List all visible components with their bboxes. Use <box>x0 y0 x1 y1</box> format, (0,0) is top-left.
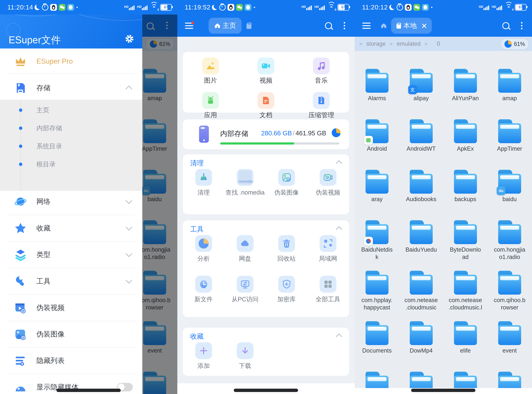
folder-item[interactable]: event <box>487 318 532 369</box>
drawer-item-disguise-video[interactable]: 伪装视频 <box>0 299 142 317</box>
folder-icon <box>454 220 477 244</box>
folder-icon <box>498 69 521 93</box>
tool-cloud-drive[interactable]: 网盘 <box>224 235 266 263</box>
chevron-down-icon[interactable] <box>126 250 132 257</box>
disguise-video-icon <box>14 301 27 314</box>
menu-hamburger-icon[interactable] <box>362 23 370 29</box>
more-menu-icon[interactable] <box>344 25 345 26</box>
tool-analyze[interactable]: 分析 <box>183 235 224 263</box>
drawer-subitem-home[interactable]: 主页 <box>0 102 142 119</box>
folder-item[interactable]: aray <box>355 167 399 217</box>
sdcard-tab-icon[interactable] <box>246 22 252 29</box>
favorite-download[interactable]: 下载 <box>224 342 266 370</box>
collapse-chevron-icon[interactable] <box>336 333 342 340</box>
folder-item[interactable]: com.netease .cloudmusic.l <box>443 268 487 318</box>
tool-clean[interactable]: 清理 <box>183 169 224 197</box>
tool-find-nomedia[interactable]: .nomedia 查找 .nomedia <box>224 169 266 197</box>
drawer-item-storage[interactable]: 存储 <box>0 79 142 97</box>
folder-item[interactable]: AndroidWT <box>399 116 443 167</box>
folder-item[interactable]: Android <box>355 116 399 167</box>
folder-item[interactable]: BaiduYuedu <box>399 217 443 268</box>
chevron-down-icon[interactable] <box>126 277 132 284</box>
app-bar: 主页 <box>177 15 355 37</box>
tab-local[interactable]: 本地 <box>391 18 432 34</box>
chevron-down-icon[interactable] <box>126 224 132 231</box>
category-apps[interactable]: 应用 <box>183 92 238 119</box>
folder-item[interactable]: ApkEx <box>443 116 487 167</box>
menu-hamburger-icon[interactable] <box>185 23 193 29</box>
close-tab-icon[interactable] <box>421 23 427 28</box>
folder-item[interactable]: com.hongjia o1.radio <box>487 217 532 268</box>
drawer-item-esuper-pro[interactable]: ESuper Pro <box>0 52 142 70</box>
more-menu-icon[interactable] <box>521 25 522 26</box>
drawer-item-network[interactable]: 网络 <box>0 192 142 211</box>
folder-label: Audiobooks <box>400 196 442 203</box>
navigation-handle[interactable] <box>234 389 298 392</box>
category-videos[interactable]: 视频 <box>238 57 294 85</box>
bullet-icon <box>19 109 22 112</box>
tool-disguise-video[interactable]: 伪装视频 <box>307 169 349 197</box>
breadcrumb-emulated[interactable]: emulated <box>396 41 420 47</box>
storage-usage-badge[interactable]: 61% <box>501 38 529 50</box>
drawer-subitem-system-directory[interactable]: 系统目录 <box>0 138 142 155</box>
search-icon[interactable] <box>325 22 332 29</box>
tool-new-files[interactable]: 新文件 <box>183 276 224 303</box>
category-label: 音乐 <box>294 76 349 85</box>
folder-icon <box>454 271 477 295</box>
navigation-handle[interactable] <box>411 389 475 392</box>
drawer-item-disguise-image[interactable]: 伪装图像 <box>0 325 142 343</box>
folder-item[interactable]: com.qihoo.b rowser <box>487 268 532 318</box>
folder-item[interactable]: Documents <box>355 318 399 369</box>
drawer-item-favorites[interactable]: 收藏 <box>0 219 142 237</box>
tool-access-from-pc[interactable]: 从PC访问 <box>224 276 266 303</box>
folder-item[interactable]: AppTimer <box>487 116 532 167</box>
drawer-item-tools[interactable]: 工具 <box>0 272 142 290</box>
drawer-item-types[interactable]: 类型 <box>0 245 142 264</box>
tool-lan[interactable]: 局域网 <box>307 235 349 263</box>
folder-item[interactable]: ByteDownlo ad <box>443 217 487 268</box>
tool-recycle-bin[interactable]: 回收站 <box>266 235 307 263</box>
tab-home[interactable]: 主页 <box>209 18 242 34</box>
category-documents[interactable]: 文档 <box>238 92 294 119</box>
drawer-subitem-root-directory[interactable]: 根目录 <box>0 156 142 173</box>
category-pictures[interactable]: 图片 <box>183 57 238 85</box>
folder-item[interactable]: DowMp4 <box>399 318 443 369</box>
folder-item[interactable]: alipay <box>399 66 443 116</box>
folder-item[interactable]: com.hpplay. happycast <box>355 268 399 318</box>
settings-gear-icon[interactable] <box>125 34 134 44</box>
collapse-chevron-icon[interactable] <box>336 226 342 233</box>
folder-item[interactable]: AliYunPan <box>443 66 487 116</box>
category-archives[interactable]: 压缩管理 <box>294 92 349 119</box>
chevron-up-icon[interactable] <box>126 85 132 92</box>
navigation-handle[interactable] <box>57 389 121 392</box>
folder-item[interactable]: com.netease .cloudmusic <box>399 268 443 318</box>
divider <box>7 241 136 242</box>
collapse-chevron-icon[interactable] <box>336 160 342 166</box>
favorite-add[interactable]: 添加 <box>183 342 224 370</box>
disguise-image-outline-icon <box>282 172 292 182</box>
folder-item[interactable]: BaiduNetdis k <box>355 217 399 268</box>
folder-item[interactable]: baidu <box>487 167 532 217</box>
internal-storage-card[interactable]: 内部存储 280.66 GB/461.95 GB <box>183 119 349 149</box>
chevron-down-icon[interactable] <box>126 197 132 204</box>
pc-access-icon <box>240 279 250 289</box>
drawer-item-hidden-list[interactable]: 隐藏列表 <box>0 352 142 370</box>
folder-item[interactable]: Audiobooks <box>399 167 443 217</box>
breadcrumb-0[interactable]: 0 <box>437 41 440 47</box>
breadcrumb-separator: > <box>425 41 428 47</box>
breadcrumb-storage[interactable]: storage <box>366 41 386 47</box>
wechat-notification-icon <box>413 4 420 11</box>
folder-item[interactable]: backups <box>443 167 487 217</box>
folder-item[interactable]: Alarms <box>355 66 399 116</box>
folder-item[interactable]: elife <box>443 318 487 369</box>
tool-all-tools[interactable]: 全部工具 <box>307 276 349 303</box>
search-icon[interactable] <box>502 22 509 29</box>
tool-encrypted-vault[interactable]: 加密库 <box>266 276 307 303</box>
drawer-subitem-internal-storage[interactable]: 内部存储 <box>0 120 142 137</box>
category-music[interactable]: 音乐 <box>294 57 349 85</box>
folder-item[interactable]: amap <box>487 66 532 116</box>
storage-title: 内部存储 <box>220 129 248 138</box>
tool-label: 查找 .nomedia <box>224 188 266 197</box>
tool-disguise-image[interactable]: 伪装图像 <box>266 169 307 197</box>
home-icon[interactable] <box>380 22 387 29</box>
